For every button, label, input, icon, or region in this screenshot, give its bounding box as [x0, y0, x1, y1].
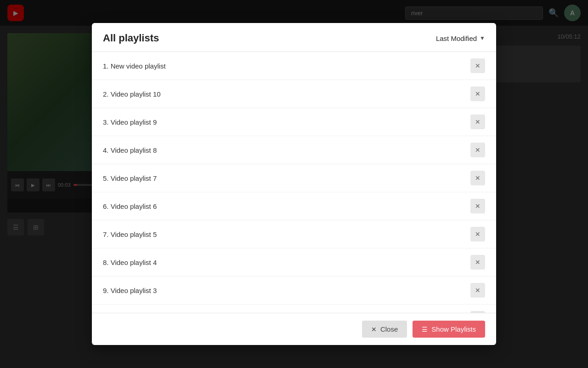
playlist-name: 6. Video playlist 6 — [103, 202, 157, 210]
remove-playlist-button[interactable]: ✕ — [470, 255, 485, 270]
playlist-name: 1. New video playlist — [103, 62, 166, 70]
list-item[interactable]: 8. Video playlist 4✕ — [92, 248, 496, 276]
sort-dropdown[interactable]: Last Modified ▼ — [436, 34, 485, 42]
modal-footer: ✕ Close ☰ Show Playlists — [92, 313, 496, 345]
show-playlists-label: Show Playlists — [431, 325, 476, 333]
list-item[interactable]: 3. Video playlist 9✕ — [92, 108, 496, 136]
close-button[interactable]: ✕ Close — [362, 321, 407, 338]
modal-header: All playlists Last Modified ▼ — [92, 23, 496, 52]
remove-playlist-button[interactable]: ✕ — [470, 199, 485, 213]
list-item[interactable]: 1. New video playlist✕ — [92, 52, 496, 80]
remove-playlist-button[interactable]: ✕ — [470, 143, 485, 157]
remove-playlist-button[interactable]: ✕ — [470, 227, 485, 242]
remove-playlist-button[interactable]: ✕ — [470, 311, 485, 313]
list-item[interactable]: 7. Video playlist 5✕ — [92, 220, 496, 248]
chevron-down-icon: ▼ — [480, 35, 485, 41]
remove-playlist-button[interactable]: ✕ — [470, 86, 485, 101]
list-item[interactable]: 6. Video playlist 6✕ — [92, 192, 496, 220]
show-playlists-button[interactable]: ☰ Show Playlists — [413, 321, 485, 338]
list-item[interactable]: 4. Video playlist 8✕ — [92, 136, 496, 164]
playlists-icon: ☰ — [422, 326, 428, 333]
list-item[interactable]: 5. Video playlist 7✕ — [92, 164, 496, 192]
list-item[interactable]: 9. Video playlist 3✕ — [92, 276, 496, 305]
close-button-label: Close — [380, 325, 398, 333]
playlist-name: 2. Video playlist 10 — [103, 90, 161, 98]
close-icon: ✕ — [371, 326, 377, 333]
playlist-list: 1. New video playlist✕2. Video playlist … — [92, 52, 496, 313]
list-item[interactable]: 2. Video playlist 10✕ — [92, 80, 496, 108]
playlist-name: 9. Video playlist 3 — [103, 287, 157, 294]
remove-playlist-button[interactable]: ✕ — [470, 283, 485, 298]
playlist-name: 4. Video playlist 8 — [103, 146, 157, 154]
playlist-name: 8. Video playlist 4 — [103, 259, 157, 266]
list-item[interactable]: 10. Video playlist 2✕ — [92, 305, 496, 313]
playlists-modal: All playlists Last Modified ▼ 1. New vid… — [92, 23, 496, 345]
sort-label: Last Modified — [436, 34, 477, 42]
remove-playlist-button[interactable]: ✕ — [470, 58, 485, 73]
modal-overlay: All playlists Last Modified ▼ 1. New vid… — [0, 0, 588, 368]
playlist-name: 5. Video playlist 7 — [103, 174, 157, 182]
playlist-name: 7. Video playlist 5 — [103, 230, 157, 238]
remove-playlist-button[interactable]: ✕ — [470, 115, 485, 129]
remove-playlist-button[interactable]: ✕ — [470, 171, 485, 185]
modal-title: All playlists — [103, 32, 159, 44]
playlist-name: 3. Video playlist 9 — [103, 118, 157, 126]
